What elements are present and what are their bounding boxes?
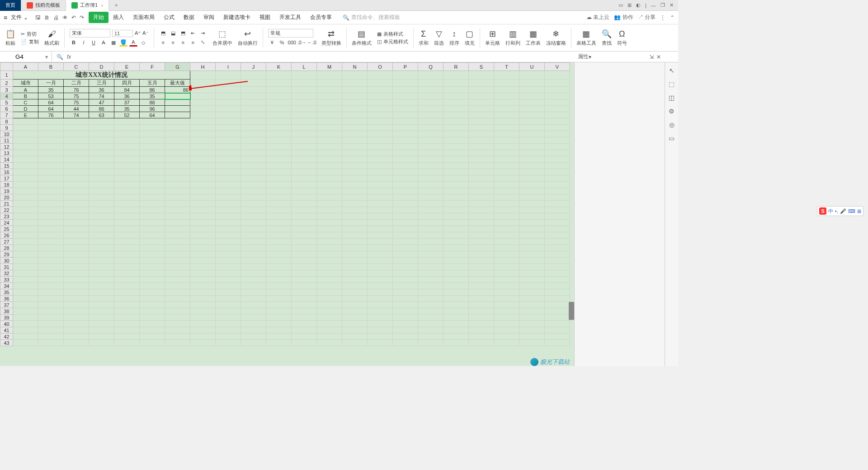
file-menu[interactable]: 文件⌄	[8, 14, 31, 21]
paste-button[interactable]: 📋粘贴	[4, 29, 17, 47]
number-format-select[interactable]: 常规	[268, 29, 313, 38]
chevron-down-icon[interactable]: ▾	[45, 54, 48, 60]
menu-tab-start[interactable]: 开始	[89, 12, 108, 23]
clear-format-button[interactable]: ◇	[139, 38, 147, 47]
fill-color-button[interactable]: 🪣	[119, 38, 127, 47]
menu-tab-formula[interactable]: 公式	[159, 12, 179, 23]
layout1-icon[interactable]: ▭	[618, 2, 623, 8]
underline-button[interactable]: U	[90, 38, 98, 47]
align-bot-icon[interactable]: ⬒	[179, 29, 187, 38]
worksheet-button[interactable]: ▦工作表	[524, 29, 542, 47]
menu-tab-newtab[interactable]: 新建选项卡	[219, 12, 255, 23]
menu-tab-dev[interactable]: 开发工具	[275, 12, 306, 23]
tab-workbook[interactable]: 工作簿1 •	[66, 0, 109, 11]
redo-icon[interactable]: ↷	[80, 14, 84, 21]
name-box[interactable]: ▾	[0, 52, 52, 62]
new-tab-button[interactable]: ＋	[109, 1, 123, 9]
menu-tab-review[interactable]: 审阅	[199, 12, 219, 23]
cut-button[interactable]: ✂剪切	[21, 31, 39, 38]
side-cursor-icon[interactable]: ⬚	[669, 80, 675, 88]
side-select-icon[interactable]: ↖	[669, 67, 675, 74]
strike-button[interactable]: A̶	[99, 38, 108, 47]
undo-icon[interactable]: ↶	[71, 14, 76, 21]
cloud-status[interactable]: ☁ 未上云	[586, 14, 609, 21]
preview-icon[interactable]: 👁	[62, 14, 68, 21]
align-left-icon[interactable]: ≡	[159, 38, 167, 47]
sort-button[interactable]: ↕排序	[448, 29, 461, 47]
wrap-button[interactable]: ↩自动换行	[236, 29, 259, 47]
copy-button[interactable]: 📄复制	[21, 38, 39, 45]
dec-inc-icon[interactable]: .0→	[298, 38, 306, 47]
filter-button[interactable]: ▽筛选	[432, 29, 446, 47]
menu-tab-layout[interactable]: 页面布局	[128, 12, 159, 23]
symbol-button[interactable]: Ω符号	[615, 29, 629, 47]
align-center-icon[interactable]: ≡	[169, 38, 177, 47]
align-right-icon[interactable]: ≡	[179, 38, 187, 47]
rowcol-button[interactable]: ▥行和列	[504, 29, 522, 47]
font-color-button[interactable]: A	[129, 38, 137, 47]
font-size-select[interactable]: 11	[112, 30, 133, 37]
menu-tab-insert[interactable]: 插入	[108, 12, 128, 23]
minimize-button[interactable]: —	[651, 3, 656, 8]
sum-button[interactable]: Σ求和	[417, 29, 430, 47]
tab-home[interactable]: 首页	[0, 0, 21, 11]
properties-label[interactable]: 属性	[578, 53, 589, 61]
spreadsheet-grid[interactable]: ABCDEFGHIJKLMNOPQRSTUV1城市XXX统计情况2城市一月二月三…	[0, 62, 570, 346]
more-icon[interactable]: ⋮	[660, 14, 665, 21]
merge-button[interactable]: ⬚合并居中	[211, 29, 234, 47]
menu-icon[interactable]: ≡	[4, 14, 7, 21]
cell-button[interactable]: ⊞单元格	[483, 29, 502, 47]
menu-tab-data[interactable]: 数据	[179, 12, 199, 23]
apps-icon[interactable]: ⊞	[627, 2, 632, 8]
cancel-fx-icon[interactable]: 🔍	[57, 54, 63, 60]
type-conv-button[interactable]: ⇄类型转换	[320, 29, 343, 47]
cell-style-button[interactable]: ◫单元格样式	[377, 38, 408, 45]
comma-icon[interactable]: 000	[288, 38, 296, 47]
indent-inc-icon[interactable]: ⇥	[199, 29, 207, 38]
save-as-icon[interactable]: 🗎	[44, 14, 50, 21]
share-button[interactable]: ↗ 分享	[638, 14, 656, 21]
orientation-icon[interactable]: ⤡	[199, 38, 207, 47]
format-painter-button[interactable]: 🖌格式刷	[42, 29, 61, 47]
side-book-icon[interactable]: ▭	[669, 135, 675, 142]
indent-dec-icon[interactable]: ⇤	[189, 29, 197, 38]
font-shrink-icon[interactable]: A⁻	[142, 30, 148, 36]
cond-fmt-button[interactable]: ▤条件格式	[350, 29, 373, 47]
align-mid-icon[interactable]: ⬓	[169, 29, 177, 38]
name-box-input[interactable]	[4, 53, 35, 60]
tab-template[interactable]: 找稻壳模板	[21, 0, 66, 11]
side-location-icon[interactable]: ◎	[669, 121, 675, 128]
italic-button[interactable]: I	[80, 38, 88, 47]
collapse-ribbon-icon[interactable]: ⌃	[670, 14, 675, 21]
find-button[interactable]: 🔍查找	[600, 29, 613, 47]
font-family-select[interactable]: 宋体	[70, 29, 110, 38]
coop-button[interactable]: 👥 协作	[614, 14, 633, 21]
formula-input[interactable]	[75, 53, 570, 60]
side-settings-icon[interactable]: ⚙	[669, 108, 675, 115]
menu-tab-view[interactable]: 视图	[255, 12, 275, 23]
border-button[interactable]: ▦	[109, 38, 118, 47]
maximize-button[interactable]: ❐	[660, 2, 665, 8]
print-icon[interactable]: 🖨	[53, 14, 59, 21]
table-tool-button[interactable]: ▦表格工具	[575, 29, 598, 47]
close-panel-icon[interactable]: ✕	[656, 54, 661, 60]
table-style-button[interactable]: ▦表格样式	[377, 31, 408, 38]
user-icon[interactable]: ◐	[636, 2, 641, 8]
pin-icon[interactable]: ⇲	[649, 54, 654, 60]
fill-button[interactable]: ▢填充	[463, 29, 476, 47]
menu-tab-member[interactable]: 会员专享	[306, 12, 336, 23]
bold-button[interactable]: B	[70, 38, 78, 47]
side-layout-icon[interactable]: ◫	[669, 94, 675, 101]
dec-dec-icon[interactable]: ←.0	[308, 38, 316, 47]
percent-icon[interactable]: %	[278, 38, 286, 47]
currency-icon[interactable]: ¥	[268, 38, 276, 47]
command-search[interactable]: 🔍 查找命令、搜索模板	[343, 14, 400, 21]
fx-icon[interactable]: fx	[67, 54, 71, 60]
vscroll-thumb[interactable]	[569, 302, 574, 320]
font-grow-icon[interactable]: A⁺	[135, 30, 141, 36]
freeze-button[interactable]: ❄冻结窗格	[544, 29, 568, 47]
save-icon[interactable]: 🖫	[35, 14, 41, 21]
align-justify-icon[interactable]: ≡	[189, 38, 197, 47]
close-button[interactable]: ✕	[670, 2, 674, 8]
align-top-icon[interactable]: ⬒	[159, 29, 167, 38]
